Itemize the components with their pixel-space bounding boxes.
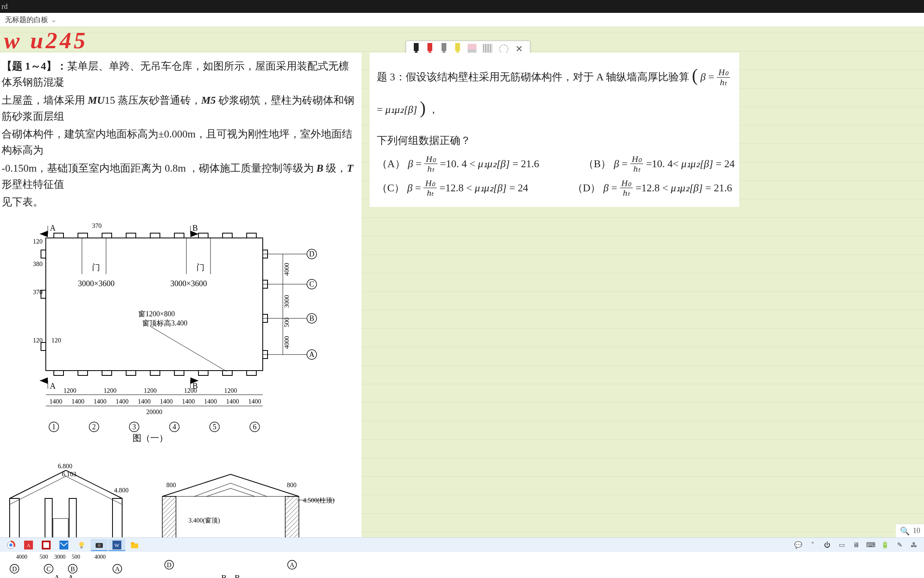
taskbar-app-word[interactable]: W — [108, 539, 125, 551]
svg-text:D: D — [309, 250, 315, 258]
svg-line-34 — [150, 326, 227, 371]
svg-text:门: 门 — [196, 263, 204, 272]
option-c: （C） β = H₀hₜ =12.8 < μ₁μ₂[β] = 24 — [377, 178, 528, 199]
svg-text:370: 370 — [33, 289, 43, 295]
svg-rect-13 — [126, 371, 136, 375]
document-title[interactable]: 无标题的白板 — [5, 15, 48, 25]
svg-text:6.800: 6.800 — [58, 463, 72, 469]
svg-text:380: 380 — [33, 260, 43, 267]
svg-text:800: 800 — [287, 482, 296, 488]
tray-display-icon[interactable]: ▭ — [838, 541, 845, 549]
svg-text:B: B — [71, 566, 75, 572]
option-d: （D） β = H₀hₜ =12.8 < μ₁μ₂[β] = 21.6 — [572, 178, 732, 199]
tray-stylus-icon[interactable]: ✎ — [896, 541, 903, 549]
svg-text:370: 370 — [92, 222, 102, 229]
svg-text:A: A — [115, 566, 120, 572]
whiteboard-canvas[interactable]: w u245 ✕ 【题 1～4】：某单层、单跨、无吊车仓库，如图所示，屋面采用装… — [0, 27, 924, 552]
svg-text:A: A — [309, 350, 315, 359]
svg-text:4.800: 4.800 — [114, 487, 129, 494]
svg-text:120: 120 — [33, 238, 43, 245]
chevron-down-icon[interactable]: ⌄ — [51, 15, 57, 24]
svg-rect-17 — [223, 371, 232, 375]
q3-prompt: 下列何组数据正确？ — [377, 131, 732, 150]
svg-text:1400: 1400 — [182, 398, 195, 405]
svg-text:1: 1 — [52, 423, 56, 431]
svg-point-154 — [79, 542, 84, 547]
svg-text:120: 120 — [51, 337, 61, 344]
svg-text:B: B — [309, 314, 314, 322]
svg-text:6: 6 — [253, 423, 257, 431]
taskbar-app-reader[interactable] — [38, 539, 55, 551]
svg-rect-19 — [41, 250, 46, 258]
svg-rect-16 — [198, 371, 208, 375]
svg-rect-7 — [198, 233, 208, 238]
svg-rect-10 — [54, 371, 63, 375]
svg-rect-11 — [78, 371, 88, 375]
svg-text:4000: 4000 — [283, 336, 290, 349]
svg-text:6.103: 6.103 — [62, 471, 76, 478]
svg-text:3000×3600: 3000×3600 — [78, 279, 114, 288]
lasso-select-icon[interactable] — [499, 45, 508, 53]
close-icon[interactable]: ✕ — [515, 45, 523, 53]
tray-notif-icon[interactable]: 💬 — [795, 541, 802, 549]
svg-text:20000: 20000 — [146, 408, 162, 415]
tray-power-icon[interactable]: ⏻ — [824, 541, 831, 549]
svg-text:A—A: A—A — [54, 574, 74, 578]
tray-chevron-icon[interactable]: ˄ — [809, 541, 816, 549]
handwriting-scribble: w u245 — [4, 27, 88, 54]
tray-screen-icon[interactable]: 🖥 — [852, 541, 860, 549]
taskbar-app-mail[interactable] — [55, 539, 72, 551]
svg-text:4000: 4000 — [16, 554, 27, 560]
taskbar-app-explorer[interactable] — [126, 539, 143, 551]
svg-text:1400: 1400 — [116, 398, 129, 405]
window-titlebar: rd — [0, 0, 924, 13]
taskbar-app-tips[interactable] — [73, 539, 90, 551]
svg-text:A: A — [290, 562, 294, 568]
svg-text:1400: 1400 — [226, 398, 239, 405]
svg-rect-152 — [43, 542, 49, 548]
svg-text:窗1200×800: 窗1200×800 — [138, 310, 175, 318]
svg-text:4000: 4000 — [94, 554, 106, 560]
svg-text:B: B — [192, 223, 198, 232]
taskbar-app-pdf[interactable]: A — [20, 539, 37, 551]
svg-text:图（一）: 图（一） — [133, 433, 168, 443]
svg-text:1400: 1400 — [160, 398, 173, 405]
magnifier-icon[interactable]: 🔍 — [900, 526, 910, 536]
app-name-suffix: rd — [2, 2, 8, 11]
figure-1-plan: 门 门 3000×3600 3000×3600 窗1200×800 窗顶标高3.… — [2, 222, 331, 451]
taskbar-app-chrome[interactable] — [2, 539, 19, 551]
svg-text:A: A — [50, 381, 56, 390]
tray-battery-icon[interactable]: 🔋 — [881, 541, 889, 549]
svg-text:A: A — [50, 223, 56, 232]
svg-text:3: 3 — [133, 423, 136, 431]
taskbar-app-camera[interactable] — [91, 539, 108, 551]
svg-rect-5 — [150, 233, 160, 238]
svg-rect-8 — [223, 233, 232, 238]
figure-2-sections: 6.800 6.103 4.800 −0.150 4000 500 3000 5… — [2, 458, 347, 578]
svg-text:A: A — [27, 543, 31, 548]
svg-text:C: C — [309, 280, 314, 288]
svg-marker-37 — [40, 231, 48, 237]
svg-point-157 — [98, 544, 101, 547]
svg-text:B—B: B—B — [221, 574, 240, 578]
svg-text:500: 500 — [40, 554, 48, 560]
svg-rect-155 — [80, 547, 83, 548]
option-a: （A） β = H₀hₜ =10. 4 < μ₁μ₂[β] = 21.6 — [377, 154, 539, 174]
svg-text:4: 4 — [173, 423, 176, 431]
question-3-panel: 题 3：假设该结构壁柱采用无筋砌体构件，对于 A 轴纵墙高厚比验算 ( β = … — [370, 53, 739, 207]
svg-rect-6 — [174, 233, 184, 238]
tray-network-icon[interactable]: 🖧 — [910, 541, 918, 549]
svg-text:1400: 1400 — [204, 398, 217, 405]
option-b: （B） β = H₀hₜ =10. 4< μ₁μ₂[β] = 24 — [583, 154, 735, 174]
svg-rect-18 — [247, 371, 256, 375]
system-tray: 💬 ˄ ⏻ ▭ 🖥 ⌨ 🔋 ✎ 🖧 — [795, 541, 922, 549]
svg-text:门: 门 — [92, 263, 100, 272]
tray-keyboard-icon[interactable]: ⌨ — [867, 541, 874, 549]
problem-heading: 【题 1～4】： — [2, 60, 67, 72]
svg-text:2: 2 — [92, 423, 96, 431]
svg-text:4000: 4000 — [283, 263, 290, 276]
zoom-percent: 10 — [913, 527, 920, 535]
svg-rect-0 — [46, 238, 263, 371]
svg-rect-9 — [247, 233, 256, 238]
svg-text:1200: 1200 — [104, 387, 117, 394]
